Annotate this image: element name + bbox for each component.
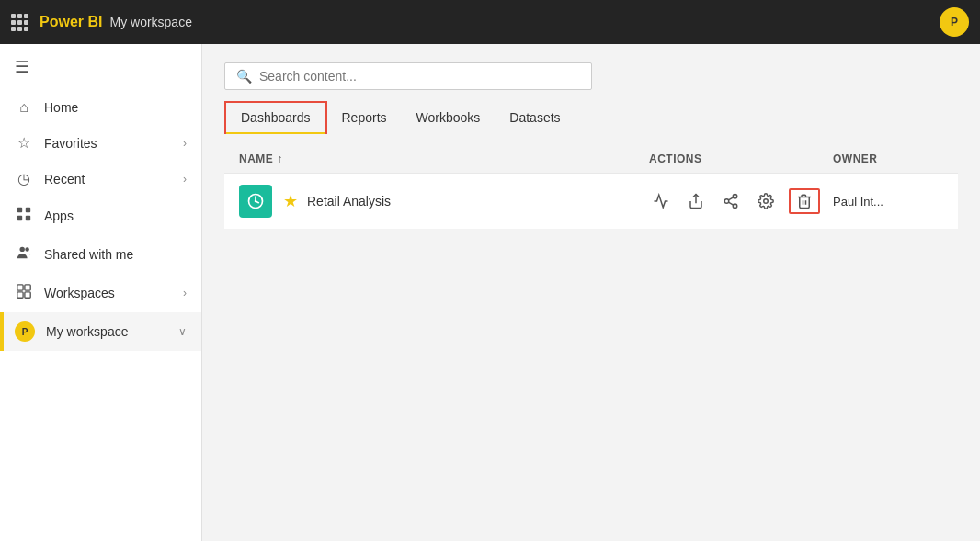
- svg-rect-8: [17, 292, 23, 298]
- svg-line-17: [728, 197, 733, 200]
- tab-dashboards[interactable]: Dashboards: [224, 101, 327, 134]
- row-item-name[interactable]: Retail Analysis: [307, 194, 649, 209]
- favorites-icon: ☆: [15, 134, 33, 152]
- hamburger-icon: ☰: [15, 57, 29, 77]
- svg-point-15: [733, 204, 737, 209]
- search-input[interactable]: [259, 69, 553, 84]
- home-icon: ⌂: [15, 99, 33, 116]
- sidebar-item-workspaces[interactable]: Workspaces ›: [0, 274, 201, 312]
- row-actions: [649, 188, 833, 214]
- sidebar-item-label: Recent: [44, 172, 85, 186]
- sidebar-item-label: Workspaces: [44, 286, 115, 300]
- svg-point-18: [764, 199, 769, 204]
- tab-reports[interactable]: Reports: [327, 103, 402, 132]
- content-table: NAME ↑ ACTIONS OWNER: [224, 145, 958, 229]
- tab-workbooks[interactable]: Workbooks: [402, 103, 496, 132]
- sidebar-item-label: Apps: [44, 209, 74, 223]
- svg-rect-7: [25, 285, 30, 290]
- powerbi-logo: Power BI: [40, 14, 102, 30]
- svg-rect-3: [26, 216, 30, 220]
- table-header: NAME ↑ ACTIONS OWNER: [224, 145, 958, 173]
- sidebar-item-my-workspace[interactable]: P My workspace ∨: [0, 312, 201, 351]
- sidebar-item-apps[interactable]: Apps: [0, 197, 201, 235]
- settings-button[interactable]: [754, 189, 778, 213]
- svg-point-5: [25, 247, 29, 252]
- column-name-header: NAME ↑: [239, 152, 649, 165]
- main-layout: ☰ ⌂ Home ☆ Favorites › ◷ Recent ›: [0, 44, 980, 541]
- row-owner: Paul Int...: [833, 195, 943, 209]
- svg-line-16: [728, 202, 733, 205]
- column-owner-header: OWNER: [833, 152, 943, 165]
- search-icon: 🔍: [236, 69, 252, 84]
- table-row: ★ Retail Analysis: [224, 173, 958, 229]
- sidebar-item-favorites[interactable]: ☆ Favorites ›: [0, 125, 201, 161]
- delete-button[interactable]: [789, 188, 820, 214]
- shared-icon: [15, 244, 33, 265]
- chevron-right-icon: ›: [183, 287, 187, 299]
- view-report-button[interactable]: [649, 189, 673, 213]
- share-button[interactable]: [684, 189, 708, 213]
- chevron-down-icon: ∨: [178, 325, 187, 338]
- sidebar-item-home[interactable]: ⌂ Home: [0, 90, 201, 125]
- recent-icon: ◷: [15, 170, 33, 187]
- svg-point-11: [255, 200, 257, 203]
- tab-datasets[interactable]: Datasets: [495, 103, 575, 132]
- topbar-workspace-title: My workspace: [109, 15, 191, 29]
- workspaces-icon: [15, 283, 33, 303]
- sidebar-item-shared[interactable]: Shared with me: [0, 235, 201, 274]
- svg-point-14: [724, 199, 729, 204]
- svg-rect-2: [17, 216, 22, 220]
- sidebar-item-label: Home: [44, 100, 78, 115]
- sidebar-collapse-button[interactable]: ☰: [0, 44, 201, 90]
- svg-rect-9: [25, 292, 30, 298]
- quick-share-button[interactable]: [719, 189, 743, 213]
- sidebar-item-label: My workspace: [46, 324, 128, 339]
- chevron-right-icon: ›: [183, 137, 187, 150]
- user-avatar[interactable]: P: [940, 7, 969, 37]
- chevron-right-icon: ›: [183, 173, 187, 186]
- sort-arrow-icon[interactable]: ↑: [277, 152, 283, 165]
- svg-rect-0: [17, 208, 22, 212]
- tabs-container: Dashboards Reports Workbooks Datasets: [224, 101, 958, 134]
- main-content: 🔍 Dashboards Reports Workbooks Datasets …: [202, 44, 980, 541]
- apps-icon: [15, 206, 33, 226]
- svg-rect-6: [17, 285, 23, 290]
- apps-grid-icon[interactable]: [11, 14, 28, 31]
- search-bar[interactable]: 🔍: [224, 62, 592, 90]
- sidebar: ☰ ⌂ Home ☆ Favorites › ◷ Recent ›: [0, 44, 202, 541]
- sidebar-item-label: Favorites: [44, 136, 97, 151]
- svg-point-4: [20, 247, 25, 252]
- row-dashboard-icon: [239, 185, 272, 218]
- topbar: Power BI My workspace P: [0, 0, 980, 44]
- svg-rect-1: [26, 208, 30, 212]
- column-actions-header: ACTIONS: [649, 152, 833, 165]
- sidebar-item-label: Shared with me: [44, 247, 133, 262]
- topbar-brand: Power BI My workspace: [40, 14, 192, 30]
- favorite-star-icon[interactable]: ★: [283, 191, 298, 211]
- sidebar-item-recent[interactable]: ◷ Recent ›: [0, 161, 201, 197]
- svg-point-13: [733, 195, 737, 199]
- workspace-avatar: P: [15, 321, 35, 342]
